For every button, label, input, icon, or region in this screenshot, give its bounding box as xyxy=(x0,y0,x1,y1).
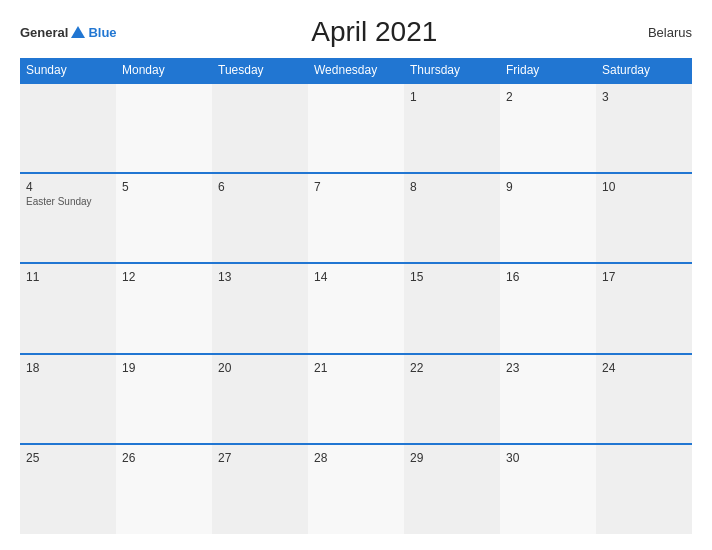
day-number: 7 xyxy=(314,180,398,194)
calendar-cell: 30 xyxy=(500,444,596,534)
day-number: 1 xyxy=(410,90,494,104)
day-number: 13 xyxy=(218,270,302,284)
logo-triangle-icon xyxy=(71,26,85,38)
header-tuesday: Tuesday xyxy=(212,58,308,83)
calendar-row: 11121314151617 xyxy=(20,263,692,353)
day-number: 6 xyxy=(218,180,302,194)
day-number: 15 xyxy=(410,270,494,284)
day-number: 29 xyxy=(410,451,494,465)
day-number: 12 xyxy=(122,270,206,284)
day-number: 30 xyxy=(506,451,590,465)
day-number: 17 xyxy=(602,270,686,284)
logo: General Blue xyxy=(20,25,117,40)
calendar-cell: 20 xyxy=(212,354,308,444)
calendar-cell: 8 xyxy=(404,173,500,263)
day-number: 27 xyxy=(218,451,302,465)
calendar-cell: 10 xyxy=(596,173,692,263)
calendar-title: April 2021 xyxy=(117,16,632,48)
calendar-cell: 16 xyxy=(500,263,596,353)
day-number: 26 xyxy=(122,451,206,465)
calendar-cell: 25 xyxy=(20,444,116,534)
calendar-cell: 21 xyxy=(308,354,404,444)
calendar-cell: 27 xyxy=(212,444,308,534)
day-number: 11 xyxy=(26,270,110,284)
calendar-row: 252627282930 xyxy=(20,444,692,534)
day-number: 16 xyxy=(506,270,590,284)
calendar-cell: 26 xyxy=(116,444,212,534)
calendar-cell xyxy=(308,83,404,173)
day-number: 28 xyxy=(314,451,398,465)
calendar-cell xyxy=(596,444,692,534)
day-number: 20 xyxy=(218,361,302,375)
logo-general-text: General xyxy=(20,25,68,40)
header-thursday: Thursday xyxy=(404,58,500,83)
calendar-cell: 11 xyxy=(20,263,116,353)
calendar-page: General Blue April 2021 Belarus Sunday M… xyxy=(0,0,712,550)
day-number: 22 xyxy=(410,361,494,375)
header-friday: Friday xyxy=(500,58,596,83)
calendar-cell: 12 xyxy=(116,263,212,353)
header-wednesday: Wednesday xyxy=(308,58,404,83)
day-number: 23 xyxy=(506,361,590,375)
day-number: 14 xyxy=(314,270,398,284)
day-number: 8 xyxy=(410,180,494,194)
day-number: 25 xyxy=(26,451,110,465)
day-number: 3 xyxy=(602,90,686,104)
calendar-cell: 28 xyxy=(308,444,404,534)
header-saturday: Saturday xyxy=(596,58,692,83)
calendar-cell: 7 xyxy=(308,173,404,263)
logo-blue-text: Blue xyxy=(88,25,116,40)
calendar-row: 4Easter Sunday5678910 xyxy=(20,173,692,263)
calendar-cell: 3 xyxy=(596,83,692,173)
calendar-cell: 17 xyxy=(596,263,692,353)
calendar-cell: 1 xyxy=(404,83,500,173)
calendar-cell xyxy=(212,83,308,173)
calendar-row: 123 xyxy=(20,83,692,173)
calendar-cell: 6 xyxy=(212,173,308,263)
calendar-cell: 13 xyxy=(212,263,308,353)
header-monday: Monday xyxy=(116,58,212,83)
calendar-cell: 19 xyxy=(116,354,212,444)
calendar-cell: 14 xyxy=(308,263,404,353)
calendar-cell: 9 xyxy=(500,173,596,263)
day-number: 4 xyxy=(26,180,110,194)
empty-cell xyxy=(20,83,116,173)
calendar-cell: 15 xyxy=(404,263,500,353)
calendar-cell: 29 xyxy=(404,444,500,534)
day-number: 10 xyxy=(602,180,686,194)
country-label: Belarus xyxy=(632,25,692,40)
calendar-cell xyxy=(116,83,212,173)
day-number: 5 xyxy=(122,180,206,194)
calendar-table: Sunday Monday Tuesday Wednesday Thursday… xyxy=(20,58,692,534)
day-number: 9 xyxy=(506,180,590,194)
calendar-cell: 24 xyxy=(596,354,692,444)
calendar-cell: 23 xyxy=(500,354,596,444)
day-number: 18 xyxy=(26,361,110,375)
calendar-cell: 2 xyxy=(500,83,596,173)
day-number: 2 xyxy=(506,90,590,104)
calendar-cell: 4Easter Sunday xyxy=(20,173,116,263)
day-number: 24 xyxy=(602,361,686,375)
calendar-row: 18192021222324 xyxy=(20,354,692,444)
header: General Blue April 2021 Belarus xyxy=(20,16,692,48)
calendar-cell: 5 xyxy=(116,173,212,263)
day-event: Easter Sunday xyxy=(26,196,92,207)
header-sunday: Sunday xyxy=(20,58,116,83)
calendar-cell: 18 xyxy=(20,354,116,444)
day-number: 19 xyxy=(122,361,206,375)
calendar-cell: 22 xyxy=(404,354,500,444)
weekday-header-row: Sunday Monday Tuesday Wednesday Thursday… xyxy=(20,58,692,83)
day-number: 21 xyxy=(314,361,398,375)
